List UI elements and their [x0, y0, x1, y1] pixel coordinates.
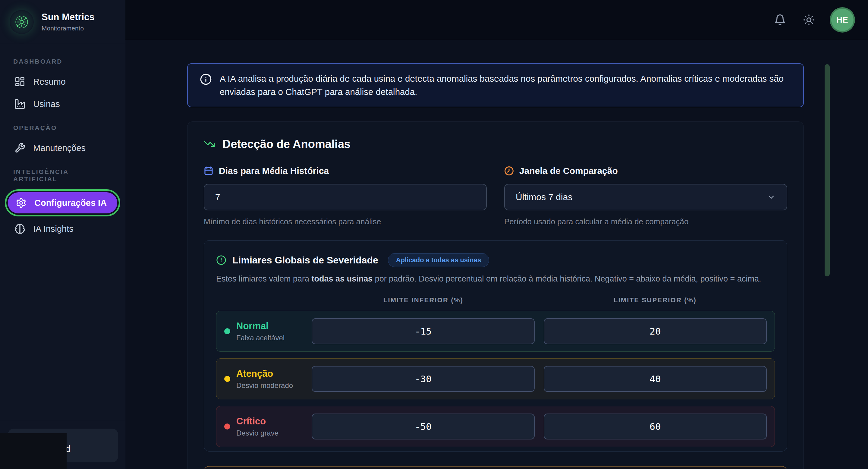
sidebar-item-label: Manutenções	[33, 143, 86, 153]
sidebar-item-label: Configurações IA	[34, 198, 107, 208]
app-title: Sun Metrics	[41, 12, 95, 23]
normal-lower-input[interactable]	[312, 318, 535, 344]
dashboard-icon	[14, 76, 25, 87]
sidebar-item-label: IA Insights	[33, 224, 73, 234]
notifications-button[interactable]	[773, 13, 786, 27]
field-dias-media-historica: Dias para Média Histórica Mínimo de dias…	[204, 165, 487, 226]
limiares-title: Limiares Globais de Severidade	[232, 255, 378, 266]
bell-icon	[774, 14, 786, 26]
severity-name: Normal	[236, 321, 284, 332]
sidebar-item-configuracoes-ia[interactable]: Configurações IA	[8, 192, 117, 213]
sidebar-item-usinas[interactable]: Usinas	[7, 93, 119, 115]
clock-icon	[504, 166, 514, 176]
anomaly-detection-card: Detecção de Anomalias Dias para Média Hi…	[187, 122, 804, 469]
nav-section-ia: INTELIGÊNCIA ARTIFICIAL	[0, 160, 125, 187]
status-dot-atencao	[224, 376, 230, 382]
user-avatar[interactable]: HE	[831, 9, 854, 31]
redaction-overlay	[0, 433, 67, 469]
sidebar-item-label: Resumo	[33, 77, 66, 87]
sidebar: Sun Metrics Monitoramento DASHBOARD Resu…	[0, 0, 125, 469]
trending-down-icon	[204, 138, 215, 150]
sidebar-item-resumo[interactable]: Resumo	[7, 71, 119, 92]
field-janela-comparacao: Janela de Comparação Últimos 7 dias Perí…	[504, 165, 787, 226]
dias-media-input[interactable]	[204, 184, 487, 210]
severity-row-normal: Normal Faixa aceitável	[216, 311, 775, 352]
janela-comparacao-select[interactable]: Últimos 7 dias	[504, 184, 787, 210]
severity-subtitle: Desvio grave	[236, 429, 278, 437]
alert-circle-icon	[216, 255, 226, 265]
severity-name: Atenção	[236, 368, 293, 379]
sidebar-item-ia-insights[interactable]: IA Insights	[7, 218, 119, 239]
column-limite-superior: LIMITE SUPERIOR (%)	[544, 296, 767, 304]
sidebar-footer-divider	[0, 420, 125, 420]
critico-lower-input[interactable]	[312, 413, 535, 439]
severity-row-critico: Crítico Desvio grave	[216, 406, 775, 447]
severity-name: Crítico	[236, 416, 278, 427]
severity-row-atencao: Atenção Desvio moderado	[216, 358, 775, 399]
limiares-description: Estes limiares valem para todas as usina…	[216, 274, 775, 284]
sidebar-item-manutencoes[interactable]: Manutenções	[7, 137, 119, 159]
scrollbar-thumb[interactable]	[825, 64, 830, 276]
field-helper: Mínimo de dias históricos necessários pa…	[204, 217, 487, 226]
select-value: Últimos 7 dias	[516, 192, 572, 202]
nav-section-dashboard: DASHBOARD	[0, 50, 125, 70]
limiares-card: Limiares Globais de Severidade Aplicado …	[204, 240, 787, 451]
field-helper: Período usado para calcular a média de c…	[504, 217, 787, 226]
nav-section-operacao: OPERAÇÃO	[0, 116, 125, 136]
app-subtitle: Monitoramento	[41, 25, 95, 32]
severity-subtitle: Faixa aceitável	[236, 334, 284, 342]
theme-toggle-button[interactable]	[802, 13, 815, 27]
sun-icon	[803, 14, 815, 26]
info-icon	[200, 73, 212, 85]
section-title: Detecção de Anomalias	[222, 138, 350, 151]
sidebar-nav: DASHBOARD Resumo Usinas OPERAÇÃO Manuten…	[0, 44, 125, 239]
field-label: Dias para Média Histórica	[219, 166, 329, 176]
atencao-lower-input[interactable]	[312, 366, 535, 392]
gear-icon	[16, 197, 27, 208]
main-content: A IA analisa a produção diária de cada u…	[125, 40, 868, 469]
chevron-down-icon	[767, 193, 776, 201]
factory-icon	[14, 99, 25, 110]
normal-upper-input[interactable]	[544, 318, 767, 344]
topbar: HE	[125, 0, 868, 40]
limits-table-header: LIMITE INFERIOR (%) LIMITE SUPERIOR (%)	[216, 296, 775, 304]
status-dot-normal	[224, 328, 230, 334]
brain-icon	[14, 223, 25, 234]
field-label: Janela de Comparação	[519, 166, 618, 176]
info-banner-text: A IA analisa a produção diária de cada u…	[220, 72, 791, 99]
wrench-icon	[14, 143, 25, 153]
next-section-card	[204, 466, 787, 469]
severity-subtitle: Desvio moderado	[236, 381, 293, 390]
info-banner: A IA analisa a produção diária de cada u…	[187, 63, 804, 107]
status-dot-critico	[224, 424, 230, 430]
critico-upper-input[interactable]	[544, 413, 767, 439]
applies-to-all-badge: Aplicado a todas as usinas	[388, 253, 489, 267]
atencao-upper-input[interactable]	[544, 366, 767, 392]
sun-logo-icon	[10, 10, 34, 34]
column-limite-inferior: LIMITE INFERIOR (%)	[312, 296, 535, 304]
calendar-icon	[204, 166, 213, 176]
sidebar-item-label: Usinas	[33, 99, 60, 109]
app-header: Sun Metrics Monitoramento	[0, 0, 125, 44]
